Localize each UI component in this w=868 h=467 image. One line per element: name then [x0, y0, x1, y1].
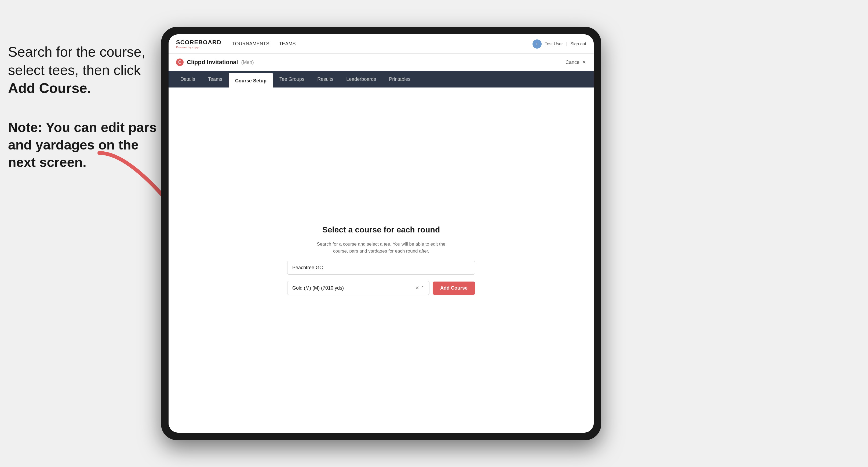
tournament-gender: (Men) — [241, 60, 254, 65]
card-subtitle: Search for a course and select a tee. Yo… — [314, 241, 448, 254]
instruction-bold: Add Course. — [8, 79, 158, 97]
tab-course-setup[interactable]: Course Setup — [229, 73, 273, 88]
tee-select-dropdown[interactable]: Gold (M) (M) (7010 yds) ✕ ⌃ — [287, 281, 429, 295]
cancel-label: Cancel — [565, 60, 581, 65]
tab-teams[interactable]: Teams — [202, 71, 229, 88]
tab-tee-groups[interactable]: Tee Groups — [273, 71, 311, 88]
instruction-panel: Search for the course, select tees, then… — [8, 43, 158, 171]
add-course-button[interactable]: Add Course — [433, 282, 475, 295]
note-text: Note: You can edit pars and yardages on … — [8, 119, 158, 171]
pipe-divider: | — [566, 41, 567, 46]
course-select-card: Select a course for each round Search fo… — [287, 225, 475, 295]
tab-leaderboards[interactable]: Leaderboards — [340, 71, 382, 88]
instruction-line1: Search for the course, select tees, then… — [8, 44, 146, 78]
tab-results[interactable]: Results — [311, 71, 340, 88]
tab-details[interactable]: Details — [174, 71, 202, 88]
course-search-input[interactable] — [287, 261, 475, 275]
logo-sub: Powered by clippd — [176, 46, 221, 49]
add-course-emphasis: Add Course. — [8, 80, 91, 96]
tournament-title-area: C Clippd Invitational (Men) — [176, 59, 254, 66]
clear-icon[interactable]: ✕ — [415, 285, 419, 291]
nav-teams[interactable]: TEAMS — [279, 41, 296, 47]
sign-out-link[interactable]: Sign out — [570, 41, 586, 46]
nav-links: TOURNAMENTS TEAMS — [232, 41, 532, 47]
clippd-icon: C — [176, 59, 184, 66]
main-content: Select a course for each round Search fo… — [168, 88, 594, 433]
tablet-device: SCOREBOARD Powered by clippd TOURNAMENTS… — [161, 27, 601, 440]
tablet-screen: SCOREBOARD Powered by clippd TOURNAMENTS… — [168, 34, 594, 433]
user-avatar: T — [532, 39, 541, 49]
tee-select-controls: ✕ ⌃ — [415, 285, 424, 291]
instruction-text: Search for the course, select tees, then… — [8, 43, 158, 79]
tab-navigation: Details Teams Course Setup Tee Groups Re… — [168, 71, 594, 88]
note-label: Note: You can edit pars and yardages on … — [8, 120, 157, 170]
tab-printables[interactable]: Printables — [382, 71, 417, 88]
cancel-button[interactable]: Cancel ✕ — [565, 59, 586, 65]
logo-area: SCOREBOARD Powered by clippd — [176, 39, 221, 49]
user-area: T Test User | Sign out — [532, 39, 586, 49]
user-name: Test User — [545, 41, 563, 46]
tee-value-label: Gold (M) (M) (7010 yds) — [292, 285, 344, 291]
tournament-header: C Clippd Invitational (Men) Cancel ✕ — [168, 54, 594, 71]
tee-select-row: Gold (M) (M) (7010 yds) ✕ ⌃ Add Course — [287, 281, 475, 295]
card-title: Select a course for each round — [322, 225, 440, 234]
close-icon: ✕ — [582, 59, 586, 65]
logo-text: SCOREBOARD — [176, 39, 221, 46]
tournament-name: Clippd Invitational — [187, 59, 238, 66]
top-nav: SCOREBOARD Powered by clippd TOURNAMENTS… — [168, 34, 594, 54]
nav-tournaments[interactable]: TOURNAMENTS — [232, 41, 270, 47]
chevron-down-icon[interactable]: ⌃ — [420, 285, 424, 291]
